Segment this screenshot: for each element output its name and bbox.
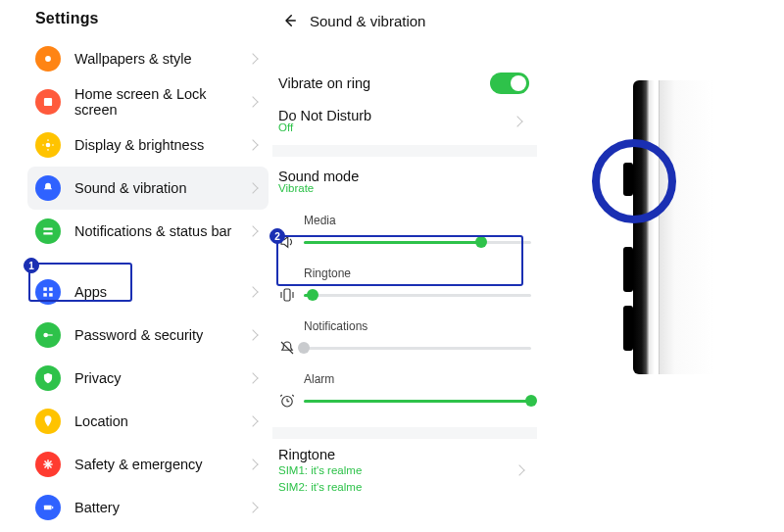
battery-icon: [35, 495, 61, 520]
chevron-right-icon: [247, 96, 258, 107]
svg-rect-19: [44, 506, 52, 510]
settings-list: Wallpapers & style Home screen & Lock sc…: [27, 37, 269, 529]
svg-point-13: [43, 333, 48, 338]
sidebar-item-label: Password & security: [74, 327, 249, 343]
sun-icon: [35, 132, 61, 158]
sidebar-item-battery[interactable]: Battery: [27, 486, 269, 529]
sidebar-item-notifications[interactable]: Notifications & status bar: [27, 210, 269, 253]
chevron-right-icon: [247, 502, 258, 512]
ringtone-slider[interactable]: [304, 287, 531, 303]
alarm-slider[interactable]: [304, 393, 531, 409]
svg-rect-8: [43, 232, 52, 234]
sidebar-item-home-lock[interactable]: Home screen & Lock screen: [27, 80, 269, 123]
sidebar-item-label: Privacy: [74, 370, 249, 386]
volume-down-button-illustration: [623, 306, 633, 351]
pin-icon: [35, 409, 61, 434]
sidebar-item-label: Safety & emergency: [74, 457, 249, 472]
notifications-slider[interactable]: [304, 340, 531, 356]
svg-rect-20: [52, 507, 53, 508]
home-icon: [35, 89, 61, 115]
ringtone-label: Ringtone: [278, 447, 531, 462]
phone-vibrate-icon: [276, 284, 298, 306]
ringtone-slider-row: Ringtone: [276, 266, 531, 306]
phone-side-illustration: [576, 80, 738, 374]
key-icon: [35, 322, 61, 348]
shield-icon: [35, 365, 61, 391]
svg-rect-12: [49, 293, 53, 297]
sidebar-item-password[interactable]: Password & security: [27, 314, 269, 357]
svg-rect-14: [47, 334, 52, 335]
apps-icon: [35, 279, 61, 305]
ringtone-slider-label: Ringtone: [304, 266, 531, 280]
vibrate-on-ring-toggle[interactable]: [490, 73, 529, 94]
svg-rect-9: [43, 287, 47, 291]
bell-icon: [35, 175, 61, 201]
svg-rect-11: [43, 293, 47, 297]
chevron-right-icon: [247, 329, 258, 340]
sidebar-item-label: Display & brightness: [74, 137, 249, 153]
media-slider[interactable]: [304, 234, 531, 250]
asterisk-icon: [35, 452, 61, 477]
chevron-right-icon: [247, 415, 258, 426]
settings-title: Settings: [27, 8, 269, 37]
alarm-slider-row: Alarm: [276, 372, 531, 411]
vibrate-on-ring-label: Vibrate on ring: [278, 75, 490, 91]
chevron-right-icon: [247, 459, 258, 469]
svg-rect-7: [43, 228, 52, 230]
chevron-right-icon: [247, 225, 258, 236]
chevron-right-icon: [247, 182, 258, 193]
media-slider-label: Media: [304, 214, 531, 227]
svg-rect-1: [44, 98, 52, 106]
vibrate-on-ring-row[interactable]: Vibrate on ring: [278, 63, 531, 104]
chevron-right-icon: [247, 139, 258, 150]
notifications-slider-row: Notifications: [276, 319, 531, 359]
svg-line-30: [292, 395, 294, 397]
ringtone-row[interactable]: Ringtone SIM1: it's realme SIM2: it's re…: [272, 427, 537, 503]
page-title: Sound & vibration: [310, 13, 425, 29]
bell-off-icon: [276, 337, 298, 359]
alarm-slider-label: Alarm: [304, 372, 531, 386]
sidebar-item-label: Battery: [74, 500, 249, 515]
chevron-right-icon: [247, 53, 258, 64]
annotation-badge-2: 2: [270, 228, 285, 244]
sidebar-item-label: Sound & vibration: [74, 180, 249, 196]
sidebar-item-label: Apps: [74, 284, 249, 300]
sidebar-item-wallpapers[interactable]: Wallpapers & style: [27, 37, 269, 80]
svg-point-2: [46, 143, 51, 148]
media-slider-row: Media: [276, 214, 531, 253]
sidebar-item-location[interactable]: Location: [27, 400, 269, 443]
svg-point-0: [45, 56, 51, 62]
alarm-icon: [276, 390, 298, 411]
svg-line-29: [280, 395, 282, 397]
dnd-row[interactable]: Do Not Disturb Off: [278, 104, 531, 145]
notifications-slider-label: Notifications: [304, 319, 531, 333]
dnd-status: Off: [278, 121, 529, 133]
sidebar-item-apps[interactable]: Apps: [27, 270, 269, 314]
ringtone-sim2: SIM2: it's realme: [278, 479, 531, 496]
chevron-right-icon: [247, 286, 258, 297]
sidebar-item-sound[interactable]: Sound & vibration: [27, 167, 269, 210]
sidebar-item-privacy[interactable]: Privacy: [27, 357, 269, 400]
chevron-right-icon: [247, 372, 258, 383]
sound-mode-row[interactable]: Sound mode Vibrate: [278, 157, 531, 206]
sidebar-item-label: Wallpapers & style: [74, 51, 249, 67]
sidebar-item-display[interactable]: Display & brightness: [27, 123, 269, 167]
svg-rect-10: [49, 287, 53, 291]
sound-mode-value: Vibrate: [278, 182, 529, 194]
svg-rect-22: [284, 289, 290, 301]
sidebar-item-label: Location: [74, 413, 249, 429]
wallpaper-icon: [35, 46, 61, 72]
volume-up-button-illustration: [623, 247, 633, 292]
sidebar-item-label: Notifications & status bar: [74, 223, 249, 239]
annotation-badge-1: 1: [24, 258, 39, 273]
mute-switch-highlight-circle: [592, 139, 676, 223]
back-button[interactable]: [278, 10, 300, 31]
ringtone-sim1: SIM1: it's realme: [278, 462, 531, 479]
notification-bar-icon: [35, 218, 61, 244]
sidebar-item-label: Home screen & Lock screen: [74, 86, 249, 118]
sidebar-item-safety[interactable]: Safety & emergency: [27, 443, 269, 486]
